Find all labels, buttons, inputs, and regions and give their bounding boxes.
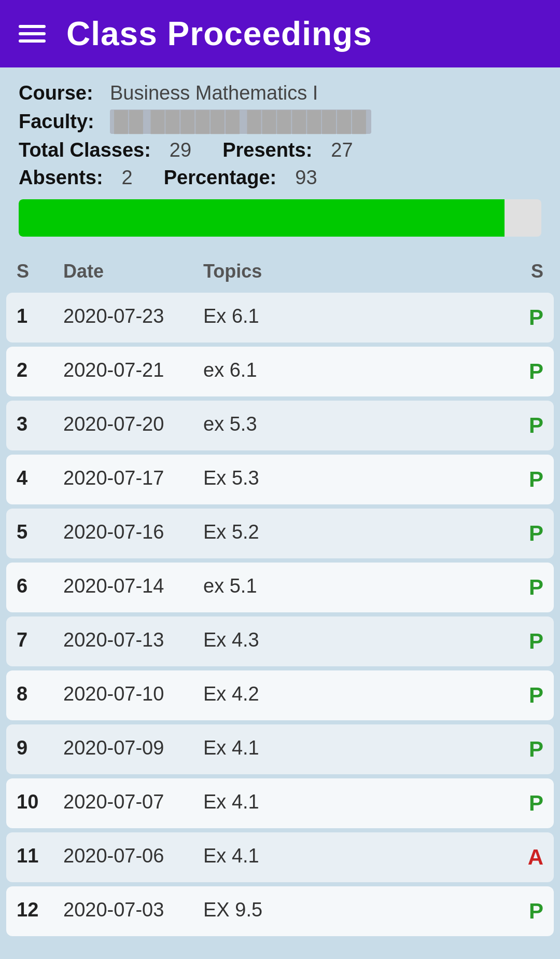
table-row: 3 2020-07-20 ex 5.3 P xyxy=(6,401,554,450)
table-row: 11 2020-07-06 Ex 4.1 A xyxy=(6,832,554,882)
absents-group: Absents: 2 xyxy=(19,167,133,189)
row-num: 5 xyxy=(17,521,58,546)
row-num: 2 xyxy=(17,359,58,384)
course-value: Business Mathematics I xyxy=(110,82,318,104)
row-date: 2020-07-17 xyxy=(63,467,198,492)
total-classes-group: Total Classes: 29 xyxy=(19,139,191,161)
table-header: S Date Topics S xyxy=(6,250,554,293)
presents-group: Presents: 27 xyxy=(222,139,353,161)
col-header-status: S xyxy=(502,261,543,282)
row-status: P xyxy=(502,467,543,492)
table-row: 7 2020-07-13 Ex 4.3 P xyxy=(6,616,554,666)
progress-bar-fill xyxy=(19,199,505,237)
row-num: 12 xyxy=(17,899,58,924)
row-date: 2020-07-03 xyxy=(63,899,198,924)
total-classes-value: 29 xyxy=(170,139,191,161)
table-row: 6 2020-07-14 ex 5.1 P xyxy=(6,563,554,612)
absents-percentage-row: Absents: 2 Percentage: 93 xyxy=(19,167,541,189)
row-num: 10 xyxy=(17,791,58,816)
row-status: P xyxy=(502,683,543,708)
row-status: P xyxy=(502,737,543,762)
col-header-s: S xyxy=(17,261,58,282)
menu-button[interactable] xyxy=(19,25,46,43)
row-num: 4 xyxy=(17,467,58,492)
presents-label: Presents: xyxy=(222,139,312,161)
progress-bar-container xyxy=(19,199,541,237)
table-row: 4 2020-07-17 Ex 5.3 P xyxy=(6,455,554,504)
row-date: 2020-07-16 xyxy=(63,521,198,546)
row-status: P xyxy=(502,521,543,546)
row-status: P xyxy=(502,575,543,600)
row-num: 9 xyxy=(17,737,58,762)
row-date: 2020-07-13 xyxy=(63,629,198,654)
row-topic: Ex 4.1 xyxy=(203,791,497,816)
faculty-row: Faculty: ██ ██████ ████████ xyxy=(19,109,541,134)
row-topic: Ex 4.2 xyxy=(203,683,497,708)
row-num: 7 xyxy=(17,629,58,654)
total-presents-row: Total Classes: 29 Presents: 27 xyxy=(19,139,541,161)
row-status: P xyxy=(502,413,543,438)
row-topic: Ex 4.3 xyxy=(203,629,497,654)
row-status: A xyxy=(502,845,543,870)
row-status: P xyxy=(502,629,543,654)
percentage-value: 93 xyxy=(295,167,317,189)
row-date: 2020-07-07 xyxy=(63,791,198,816)
absents-label: Absents: xyxy=(19,167,103,189)
row-num: 6 xyxy=(17,575,58,600)
row-num: 11 xyxy=(17,845,58,870)
absents-value: 2 xyxy=(122,167,133,189)
table-row: 12 2020-07-03 EX 9.5 P xyxy=(6,886,554,936)
row-topic: Ex 5.2 xyxy=(203,521,497,546)
row-date: 2020-07-21 xyxy=(63,359,198,384)
row-status: P xyxy=(502,899,543,924)
percentage-group: Percentage: 93 xyxy=(164,167,317,189)
row-date: 2020-07-09 xyxy=(63,737,198,762)
page-title: Class Proceedings xyxy=(66,15,372,53)
row-num: 8 xyxy=(17,683,58,708)
table-row: 10 2020-07-07 Ex 4.1 P xyxy=(6,778,554,828)
course-label: Course: xyxy=(19,82,102,104)
row-num: 3 xyxy=(17,413,58,438)
row-num: 1 xyxy=(17,305,58,330)
row-date: 2020-07-23 xyxy=(63,305,198,330)
percentage-label: Percentage: xyxy=(164,167,277,189)
faculty-label: Faculty: xyxy=(19,111,102,133)
row-topic: Ex 5.3 xyxy=(203,467,497,492)
row-topic: Ex 4.1 xyxy=(203,737,497,762)
row-date: 2020-07-20 xyxy=(63,413,198,438)
info-panel: Course: Business Mathematics I Faculty: … xyxy=(0,67,560,250)
row-date: 2020-07-06 xyxy=(63,845,198,870)
faculty-value: ██ ██████ ████████ xyxy=(110,109,371,134)
app-header: Class Proceedings xyxy=(0,0,560,67)
row-topic: ex 5.3 xyxy=(203,413,497,438)
row-date: 2020-07-14 xyxy=(63,575,198,600)
row-topic: EX 9.5 xyxy=(203,899,497,924)
row-topic: Ex 6.1 xyxy=(203,305,497,330)
row-status: P xyxy=(502,305,543,330)
class-table: S Date Topics S 1 2020-07-23 Ex 6.1 P 2 … xyxy=(0,250,560,936)
row-status: P xyxy=(502,791,543,816)
col-header-topics: Topics xyxy=(203,261,497,282)
table-row: 2 2020-07-21 ex 6.1 P xyxy=(6,347,554,396)
presents-value: 27 xyxy=(331,139,353,161)
row-topic: Ex 4.1 xyxy=(203,845,497,870)
row-topic: ex 5.1 xyxy=(203,575,497,600)
table-row: 5 2020-07-16 Ex 5.2 P xyxy=(6,509,554,558)
total-classes-label: Total Classes: xyxy=(19,139,151,161)
course-row: Course: Business Mathematics I xyxy=(19,82,541,104)
table-row: 8 2020-07-10 Ex 4.2 P xyxy=(6,670,554,720)
table-row: 1 2020-07-23 Ex 6.1 P xyxy=(6,293,554,342)
col-header-date: Date xyxy=(63,261,198,282)
table-body: 1 2020-07-23 Ex 6.1 P 2 2020-07-21 ex 6.… xyxy=(6,293,554,936)
row-topic: ex 6.1 xyxy=(203,359,497,384)
row-status: P xyxy=(502,359,543,384)
row-date: 2020-07-10 xyxy=(63,683,198,708)
table-row: 9 2020-07-09 Ex 4.1 P xyxy=(6,724,554,774)
